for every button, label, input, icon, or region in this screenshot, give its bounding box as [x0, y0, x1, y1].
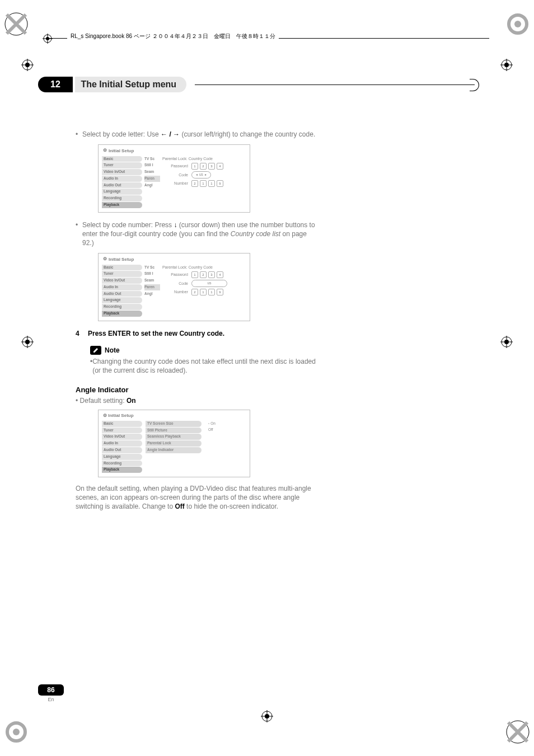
- step-text: Press ENTER to set the new Country code.: [88, 329, 316, 338]
- list-item: Video In/Out: [102, 278, 142, 284]
- screenshot-angle-indicator: ⚙ Initial Setup Basic Tuner Video In/Out…: [98, 410, 250, 477]
- digit: 1: [191, 163, 198, 170]
- list-item: Tuner: [102, 271, 142, 277]
- text: (cursor left/right) to change the countr…: [181, 130, 315, 138]
- registration-mark-icon: [500, 336, 513, 348]
- list-item: Basic: [102, 421, 142, 427]
- section-heading: Angle Indicator: [76, 385, 316, 395]
- chevron-left-icon: ◂: [194, 172, 199, 177]
- text: Changing the country code does not take …: [92, 357, 316, 375]
- list-item: Angl: [144, 291, 160, 297]
- corner-icon: [3, 11, 29, 37]
- step-number: 4: [76, 329, 88, 338]
- code-selector: ◂ us ▸: [191, 171, 211, 179]
- digit: 1: [208, 289, 215, 295]
- svg-point-11: [25, 340, 30, 344]
- list-item: Audio In: [102, 440, 142, 447]
- arrow-down-icon: ↓: [174, 221, 177, 229]
- registration-mark-icon: [21, 336, 34, 348]
- text: Select by code letter: Use: [82, 130, 161, 138]
- list-item: Playback: [102, 311, 142, 317]
- figure-midcol: TV Screen Size Still Picture Seamless Pl…: [144, 421, 204, 477]
- chapter-number: 12: [38, 77, 73, 92]
- digit: 4: [217, 163, 223, 170]
- paragraph: Select by code number: Press ↓ (cursor d…: [76, 220, 316, 248]
- registration-mark-icon: [261, 710, 273, 722]
- digit: 9: [217, 289, 223, 295]
- list-item: Seamless Playback: [146, 434, 202, 440]
- text: Default setting:: [80, 397, 127, 405]
- paragraph: On the default setting, when playing a D…: [76, 484, 316, 511]
- list-item: Playback: [102, 202, 142, 208]
- list-item: Language: [102, 189, 142, 195]
- registration-mark-icon: [500, 59, 513, 71]
- list-item: Still Picture: [146, 428, 202, 434]
- list-item: Audio Out: [102, 447, 142, 453]
- option: On: [205, 421, 247, 427]
- figure-pane-title: Parental Lock: Country Code: [162, 156, 246, 161]
- list-item: Audio In: [102, 176, 142, 182]
- digit: 2: [200, 163, 207, 170]
- figure-title: Initial Setup: [109, 257, 134, 262]
- corner-icon: [3, 719, 29, 745]
- svg-point-9: [504, 63, 509, 67]
- gear-icon: ⚙: [103, 148, 107, 154]
- figure-title: Initial Setup: [108, 413, 133, 418]
- screenshot-initial-setup: ⚙Initial Setup Basic Tuner Video In/Out …: [98, 253, 250, 321]
- svg-point-7: [25, 63, 30, 67]
- label: Number: [162, 289, 191, 294]
- figure-options: On Off: [204, 421, 250, 477]
- chapter-heading: 12 The Initial Setup menu: [38, 77, 497, 93]
- number-digits: 2 1 1 9: [191, 180, 224, 187]
- list-item: Paren: [144, 284, 160, 290]
- digit: 1: [191, 271, 198, 278]
- list-item: Basic: [102, 156, 142, 162]
- figure-pane-title: Parental Lock: Country Code: [162, 265, 246, 270]
- code-value: us: [199, 172, 203, 177]
- figure-sidebar: Basic Tuner Video In/Out Audio In Audio …: [99, 421, 144, 477]
- password-digits: 1 2 3 4: [191, 163, 224, 170]
- label: Password: [162, 163, 191, 168]
- list-item: TV Sc: [144, 156, 160, 162]
- label: Code: [162, 172, 191, 177]
- note-text: Changing the country code does not take …: [90, 357, 316, 375]
- svg-point-15: [265, 714, 269, 719]
- list-item: Paren: [144, 176, 160, 182]
- list-item: Video In/Out: [102, 169, 142, 175]
- print-header: RL_s Singapore.book 86 ページ ２００４年４月２３日 金曜…: [45, 34, 489, 44]
- list-item: Still I: [144, 271, 160, 277]
- registration-mark-icon: [21, 59, 34, 71]
- list-item: Angle Indicator: [146, 447, 202, 453]
- digit: 2: [200, 271, 207, 278]
- page-footer: 86 En: [38, 684, 64, 702]
- text-bold: Off: [175, 503, 184, 510]
- list-item: Seam: [144, 278, 160, 284]
- chapter-title: The Initial Setup menu: [75, 77, 186, 92]
- note-label: Note: [105, 346, 120, 355]
- digit: 1: [208, 180, 215, 187]
- paragraph: Select by code letter: Use ← / → (cursor…: [76, 130, 316, 139]
- step: 4 Press ENTER to set the new Country cod…: [76, 329, 316, 338]
- svg-point-2: [514, 21, 521, 27]
- figure-midcol: TV Sc Still I Seam Paren Angl: [144, 265, 160, 321]
- list-item: Audio Out: [102, 182, 142, 189]
- text-emphasis: Country code list: [231, 230, 280, 238]
- list-item: Basic: [102, 265, 142, 271]
- digit: 1: [200, 180, 207, 187]
- digit: 2: [191, 180, 198, 187]
- pencil-icon: [90, 346, 101, 355]
- digit: 4: [217, 271, 223, 278]
- page-lang: En: [38, 697, 64, 702]
- password-digits: 1 2 3 4: [191, 271, 224, 278]
- list-item: Audio In: [102, 284, 142, 290]
- digit: 9: [217, 180, 223, 187]
- list-item: TV Screen Size: [146, 421, 202, 427]
- number-digits: 2 1 1 9: [191, 289, 224, 295]
- list-item: Parental Lock: [146, 440, 202, 447]
- code-value: us: [208, 281, 212, 286]
- digit: 2: [191, 289, 198, 295]
- corner-icon: [505, 719, 531, 745]
- note-heading: Note: [90, 346, 316, 355]
- list-item: Video In/Out: [102, 434, 142, 440]
- list-item: Audio Out: [102, 291, 142, 297]
